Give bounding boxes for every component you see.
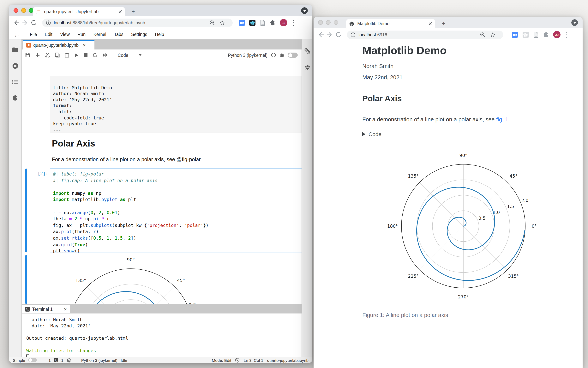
tab-close-icon[interactable]	[118, 10, 122, 13]
react-devtools-extension-icon[interactable]	[249, 20, 255, 26]
yaml-line: ---	[53, 79, 301, 85]
terminal-icon: $_	[25, 307, 30, 312]
terminal-count[interactable]: 1	[48, 358, 51, 362]
minimize-window-button[interactable]	[21, 8, 26, 13]
notification-icon[interactable]	[235, 358, 240, 362]
simple-interface-toggle[interactable]	[28, 358, 37, 362]
bookmark-star-icon[interactable]	[220, 20, 225, 26]
menu-item-help[interactable]: Help	[151, 32, 168, 37]
restart-kernel-icon[interactable]	[93, 53, 97, 58]
url-port: :6916	[376, 32, 387, 37]
puzzle-extensions-icon[interactable]	[543, 32, 549, 38]
code-line: ax.plot(theta, r)	[53, 229, 301, 235]
doc-paragraph: For a demonstration of a line plot on a …	[362, 116, 510, 122]
close-window-button[interactable]	[318, 20, 323, 25]
kernel-status-text[interactable]: Python 3 (ipykernel) | Idle	[81, 358, 127, 362]
new-tab-button[interactable]: +	[440, 20, 447, 27]
document-extension-icon[interactable]	[260, 20, 266, 26]
avatar[interactable]: JJ	[553, 31, 560, 38]
debugger-toggle-icon[interactable]	[280, 53, 284, 58]
reload-icon[interactable]	[335, 31, 342, 38]
restart-run-all-icon[interactable]	[103, 53, 108, 57]
zoom-page-icon[interactable]	[480, 32, 485, 37]
tab-search-icon[interactable]	[301, 7, 308, 14]
run-cell-icon[interactable]	[74, 53, 78, 57]
kernel-count[interactable]: 1	[61, 358, 64, 362]
extension-manager-icon[interactable]	[12, 95, 18, 101]
notebook-tab-close-icon[interactable]: ✕	[82, 43, 86, 48]
browser-menu-icon[interactable]	[566, 32, 568, 38]
site-info-icon[interactable]	[46, 20, 51, 25]
save-icon[interactable]	[25, 53, 30, 58]
menu-item-tabs[interactable]: Tabs	[110, 32, 127, 37]
cut-cells-icon[interactable]	[45, 53, 50, 58]
address-bar[interactable]: localhost:8888/lab/tree/quarto-jupyterla…	[42, 18, 233, 27]
menu-item-kernel[interactable]: Kernel	[89, 32, 110, 37]
yaml-raw-cell[interactable]: ---title: Matplotlib Demoauthor: Norah S…	[50, 76, 301, 133]
output-collapser[interactable]	[25, 255, 27, 304]
paste-cells-icon[interactable]	[65, 53, 69, 58]
file-browser-icon[interactable]	[12, 47, 18, 53]
avatar[interactable]: JJ	[280, 19, 287, 26]
cursor-position[interactable]: Ln 3, Col 1	[244, 358, 263, 362]
zoom-extension-icon[interactable]	[239, 20, 245, 26]
command-mode-indicator[interactable]: Mode: Edit	[212, 358, 231, 362]
cell-type-select[interactable]: Code	[118, 53, 142, 57]
kernel-name[interactable]: Python 3 (ipykernel)	[228, 53, 268, 57]
close-window-button[interactable]	[14, 8, 18, 13]
address-bar[interactable]: localhost:6916	[347, 30, 503, 39]
browser-tab[interactable]: quarto-jupyterl - JupyterLab	[33, 7, 125, 16]
menu-item-file[interactable]: File	[26, 32, 41, 37]
terminal-tab-close-icon[interactable]: ✕	[64, 307, 67, 312]
debugger-icon[interactable]	[304, 64, 310, 70]
react-devtools-extension-icon[interactable]	[523, 32, 529, 38]
interrupt-kernel-icon[interactable]	[84, 53, 87, 57]
reload-icon[interactable]	[30, 19, 38, 26]
notebook-tab[interactable]: quarto-jupyterlab.ipynb ✕	[23, 40, 95, 49]
browser-menu-icon[interactable]	[293, 20, 294, 26]
window-controls[interactable]	[14, 8, 34, 13]
back-icon[interactable]	[13, 19, 20, 26]
table-of-contents-icon[interactable]	[12, 79, 18, 85]
back-icon[interactable]	[318, 31, 324, 38]
browser-tab[interactable]: Matplotlib Demo	[346, 19, 435, 28]
bookmark-star-icon[interactable]	[490, 32, 495, 37]
disclosure-triangle-icon	[362, 132, 366, 136]
add-cell-icon[interactable]	[35, 53, 40, 57]
site-info-icon[interactable]	[351, 32, 355, 37]
browser-toolbar: localhost:8888/lab/tree/quarto-jupyterla…	[9, 16, 312, 29]
puzzle-extensions-icon[interactable]	[270, 20, 276, 26]
kernel-status-icon[interactable]	[271, 53, 276, 58]
code-line: fig, ax = plt.subplots(subplot_kw={'proj…	[53, 222, 301, 229]
menu-item-run[interactable]: Run	[74, 32, 89, 37]
input-collapser[interactable]	[25, 168, 27, 252]
window-controls[interactable]	[318, 20, 338, 25]
forward-icon[interactable]	[326, 31, 333, 38]
code-cell[interactable]: #| label: fig-polar#| fig.cap: A line pl…	[50, 168, 301, 252]
terminal-output[interactable]: author: Norah Smith date: 'May 22nd, 202…	[22, 313, 301, 357]
zoom-extension-icon[interactable]	[512, 32, 518, 38]
document-extension-icon[interactable]	[533, 32, 539, 38]
minimize-window-button[interactable]	[326, 20, 331, 25]
svg-text:315°: 315°	[508, 274, 519, 279]
forward-icon[interactable]	[22, 19, 29, 26]
copy-cells-icon[interactable]	[55, 53, 60, 58]
tab-close-icon[interactable]	[429, 22, 432, 25]
code-fold-toggle[interactable]: Code	[362, 131, 382, 137]
execution-count: [2]:	[38, 171, 48, 176]
zoom-window-button[interactable]	[334, 20, 338, 25]
browser-tab-title: Matplotlib Demo	[357, 21, 425, 26]
tab-search-icon[interactable]	[571, 19, 578, 26]
property-inspector-icon[interactable]	[304, 48, 310, 54]
zoom-page-icon[interactable]	[209, 20, 215, 26]
figure-link[interactable]: fig. 1	[496, 116, 509, 122]
menu-item-edit[interactable]: Edit	[41, 32, 56, 37]
running-sessions-icon[interactable]	[12, 63, 18, 69]
menu-item-view[interactable]: View	[56, 32, 74, 37]
menu-item-settings[interactable]: Settings	[127, 32, 151, 37]
terminal-tab[interactable]: $_ Terminal 1 ✕	[22, 305, 70, 313]
simple-mode-toggle[interactable]	[288, 53, 298, 58]
markdown-paragraph[interactable]: For a demonstration of a line plot on a …	[52, 156, 202, 162]
markdown-heading[interactable]: Polar Axis	[52, 138, 95, 149]
new-tab-button[interactable]: +	[130, 8, 137, 15]
